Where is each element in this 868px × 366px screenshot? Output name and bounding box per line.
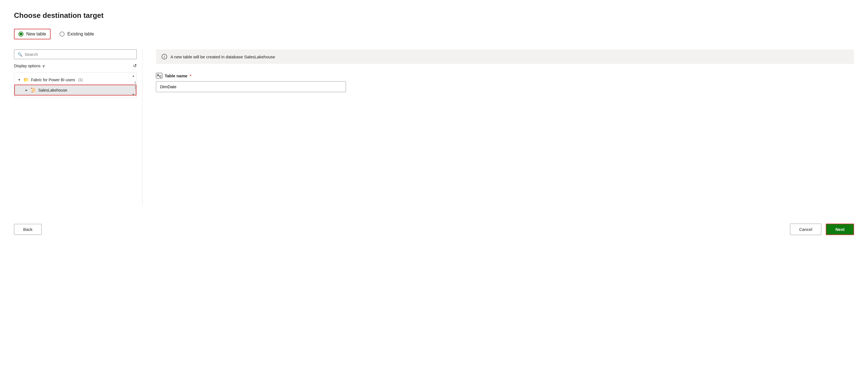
info-banner-text: A new table will be created in database … [170, 55, 275, 59]
search-input[interactable] [25, 52, 133, 57]
refresh-icon[interactable]: ↺ [133, 63, 137, 68]
abc-icon: AC [156, 73, 162, 78]
back-button[interactable]: Back [14, 224, 42, 235]
new-table-label: New table [26, 32, 46, 37]
table-name-label: Table name [164, 73, 187, 78]
right-panel: i A new table will be created in databas… [143, 49, 854, 206]
page-title: Choose destination target [14, 11, 854, 20]
cancel-button[interactable]: Cancel [790, 224, 822, 235]
radio-circle-existing [60, 32, 65, 37]
folder-icon: 📁 [23, 77, 29, 82]
tree-view: ▼ 📁 Fabric for Power BI users [1] ► 📜 Sa… [14, 72, 137, 98]
lakehouse-collapse-icon: ► [25, 88, 28, 92]
workspace-name: Fabric for Power BI users [31, 78, 75, 82]
lakehouse-item[interactable]: ► 📜 SalesLakehouse [14, 85, 136, 96]
lakehouse-name: SalesLakehouse [38, 88, 67, 92]
scrollbar[interactable] [135, 81, 136, 89]
existing-table-label: Existing table [67, 32, 94, 37]
info-icon: i [161, 54, 167, 60]
main-layout: 🔍 Display options ∨ ↺ ▼ 📁 Fabric for Pow… [14, 49, 854, 206]
scroll-up-icon[interactable]: ▲ [132, 74, 135, 77]
chevron-down-icon: ∨ [42, 64, 45, 68]
workspace-badge: [1] [79, 78, 83, 82]
display-options-label: Display options [14, 64, 40, 68]
workspace-collapse-icon: ▼ [18, 78, 21, 82]
footer-right-buttons: Cancel Next [790, 224, 854, 235]
database-icon: 📜 [30, 88, 36, 93]
left-panel: 🔍 Display options ∨ ↺ ▼ 📁 Fabric for Pow… [14, 49, 143, 206]
display-options-button[interactable]: Display options ∨ [14, 64, 45, 68]
tree-inner: ▼ 📁 Fabric for Power BI users [1] ► 📜 Sa… [14, 73, 136, 98]
workspace-item[interactable]: ▼ 📁 Fabric for Power BI users [1] [14, 75, 136, 85]
footer: Back Cancel Next [14, 219, 854, 235]
table-name-input[interactable] [156, 81, 346, 92]
display-options-row: Display options ∨ ↺ [14, 63, 137, 68]
scroll-down-icon[interactable]: ▼ [132, 93, 135, 96]
radio-group: New table Existing table [14, 29, 854, 39]
new-table-radio[interactable]: New table [14, 29, 51, 39]
next-button[interactable]: Next [826, 224, 854, 235]
search-box[interactable]: 🔍 [14, 49, 137, 59]
search-icon: 🔍 [18, 52, 22, 57]
info-banner: i A new table will be created in databas… [156, 49, 854, 64]
radio-circle-new [19, 32, 24, 37]
table-name-label-row: AC Table name * [156, 73, 854, 78]
existing-table-radio[interactable]: Existing table [60, 32, 94, 37]
required-star: * [190, 73, 191, 78]
